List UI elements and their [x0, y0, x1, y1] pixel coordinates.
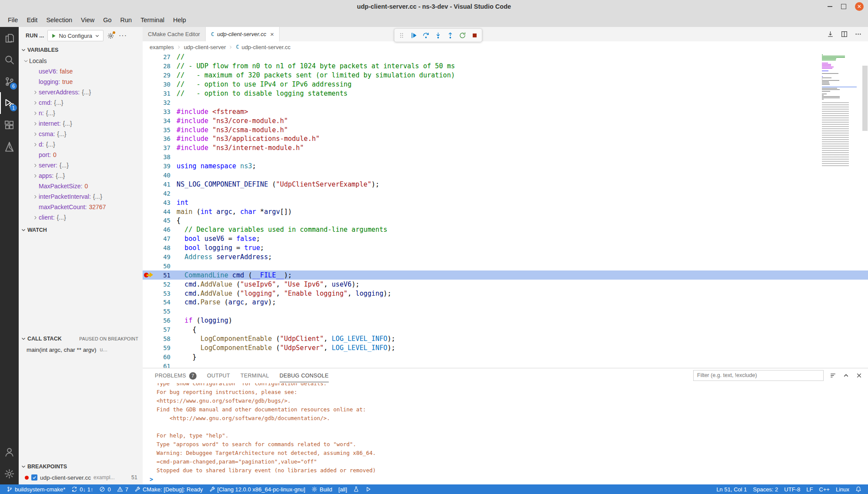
code-line[interactable]: 50	[143, 261, 868, 270]
debug-settings-gear-icon[interactable]	[107, 32, 114, 40]
variable-row[interactable]: logging:true	[19, 77, 143, 87]
panel-tab-debug-console[interactable]: DEBUG CONSOLE	[280, 368, 329, 382]
status-os-label[interactable]: Linux	[833, 484, 852, 494]
close-panel-icon[interactable]	[855, 372, 863, 379]
code-line[interactable]: 51 CommandLine cmd (__FILE__);	[143, 270, 868, 280]
breakpoint-gutter[interactable]	[143, 171, 156, 180]
breakpoint-gutter[interactable]	[143, 116, 156, 125]
breakpoint-gutter[interactable]	[143, 144, 156, 153]
code-line[interactable]: 58 LogComponentEnable ("UdpClient", LOG_…	[143, 334, 868, 344]
code-line[interactable]: 43int	[143, 198, 868, 207]
code-line[interactable]: 56 if (logging)	[143, 316, 868, 325]
breakpoint-gutter[interactable]	[143, 198, 156, 207]
breakpoint-gutter[interactable]	[143, 80, 156, 89]
chevron-right-icon[interactable]	[32, 89, 39, 96]
collapse-all-icon[interactable]	[829, 372, 837, 379]
panel-tab-problems[interactable]: PROBLEMS7	[155, 368, 197, 382]
stop-button-icon[interactable]	[469, 30, 481, 41]
code-line[interactable]: 57 {	[143, 325, 868, 334]
variable-row[interactable]: apps:{...}	[19, 170, 143, 181]
breakpoint-gutter[interactable]	[143, 134, 156, 144]
variable-row[interactable]: useV6:false	[19, 66, 143, 77]
minimize-icon[interactable]	[828, 6, 832, 7]
variable-row[interactable]: d:{...}	[19, 139, 143, 150]
more-actions-icon[interactable]: ···	[118, 32, 128, 40]
scrollbar-slider[interactable]	[862, 66, 868, 131]
activity-search-icon[interactable]	[0, 49, 19, 70]
breakpoint-gutter[interactable]	[143, 244, 156, 253]
breakpoint-gutter[interactable]	[143, 216, 156, 225]
chevron-right-icon[interactable]	[32, 172, 39, 179]
status-cmake-build-target[interactable]: [all]	[335, 484, 350, 494]
status-encoding[interactable]: UTF-8	[781, 484, 803, 494]
menu-view[interactable]: View	[77, 14, 99, 26]
status-error-count[interactable]: 0	[96, 484, 114, 494]
code-line[interactable]: 38	[143, 153, 868, 162]
console-input-prompt[interactable]: >	[143, 475, 868, 484]
tab-udp-client-server-cc[interactable]: Cudp-client-server.cc×	[206, 27, 280, 41]
code-line[interactable]: 35#include "ns3/csma-module.h"	[143, 125, 868, 134]
code-line[interactable]: 29// - maximum of 320 packets sent (or l…	[143, 71, 868, 80]
activity-cmake-icon[interactable]	[0, 136, 19, 157]
breakpoint-gutter[interactable]	[143, 261, 156, 270]
status-cmake-status[interactable]: CMake: [Debug]: Ready	[131, 484, 206, 494]
breakpoint-checkbox[interactable]	[31, 474, 37, 481]
breakpoint-gutter[interactable]	[143, 207, 156, 216]
activity-source-control-icon[interactable]: 6	[0, 70, 19, 92]
breakpoint-gutter[interactable]	[143, 62, 156, 71]
breakpoint-gutter[interactable]	[143, 352, 156, 361]
menu-go[interactable]: Go	[99, 14, 116, 26]
code-line[interactable]: 61	[143, 361, 868, 368]
code-line[interactable]: 45{	[143, 216, 868, 225]
status-cmake-launch[interactable]	[362, 484, 374, 494]
menu-edit[interactable]: Edit	[22, 14, 42, 26]
breakpoint-gutter[interactable]	[143, 153, 156, 162]
breakpoint-gutter[interactable]	[143, 270, 156, 280]
breakpoint-gutter[interactable]	[143, 334, 156, 344]
breakpoint-gutter[interactable]	[143, 189, 156, 198]
start-debug-icon[interactable]	[51, 33, 57, 39]
breakpoint-gutter[interactable]	[143, 225, 156, 234]
menu-run[interactable]: Run	[116, 14, 137, 26]
breadcrumb-item[interactable]: udp-client-server.cc	[241, 44, 290, 50]
activity-settings-icon[interactable]	[0, 463, 19, 484]
activity-explorer-icon[interactable]	[0, 27, 19, 49]
breakpoint-gutter[interactable]	[143, 234, 156, 244]
more-actions-icon[interactable]	[855, 30, 862, 38]
activity-run-and-debug-icon[interactable]: 1	[0, 92, 19, 114]
code-line[interactable]: 49 Address serverAddress;	[143, 253, 868, 262]
code-editor[interactable]: 27//28// - UDP flow from n0 to n1 of 102…	[143, 53, 868, 368]
menu-terminal[interactable]: Terminal	[136, 14, 169, 26]
breakpoint-gutter[interactable]	[143, 89, 156, 98]
breakpoint-gutter[interactable]	[143, 71, 156, 80]
variable-row[interactable]: client:{...}	[19, 212, 143, 223]
variable-row[interactable]: maxPacketCount:32767	[19, 202, 143, 212]
breakpoints-section-header[interactable]: BREAKPOINTS	[19, 461, 143, 472]
variable-row[interactable]: port:0	[19, 150, 143, 160]
status-indentation[interactable]: Spaces: 2	[750, 484, 781, 494]
breakpoint-gutter[interactable]	[143, 307, 156, 316]
status-notifications-bell[interactable]	[852, 484, 865, 494]
code-line[interactable]: 42	[143, 189, 868, 198]
status-language-mode[interactable]: C++	[816, 484, 833, 494]
panel-tab-output[interactable]: OUTPUT	[207, 368, 230, 382]
breakpoint-gutter[interactable]	[143, 361, 156, 368]
code-line[interactable]: 40	[143, 171, 868, 180]
breakpoint-gutter[interactable]	[143, 253, 156, 262]
breakpoint-gutter[interactable]	[143, 107, 156, 116]
chevron-right-icon[interactable]	[32, 141, 39, 148]
code-line[interactable]: 53 cmd.AddValue ("logging", "Enable logg…	[143, 289, 868, 298]
status-cmake-build[interactable]: Build	[308, 484, 335, 494]
status-eol[interactable]: LF	[803, 484, 816, 494]
code-line[interactable]: 48 bool logging = true;	[143, 244, 868, 253]
chevron-right-icon[interactable]	[32, 130, 39, 137]
stack-frame-row[interactable]: main(int argc, char ** argv) u...	[19, 344, 143, 355]
breakpoint-gutter[interactable]	[143, 325, 156, 334]
code-line[interactable]: 37#include "ns3/internet-module.h"	[143, 144, 868, 153]
status-cmake-kit[interactable]: [Clang 12.0.0 x86_64-pc-linux-gnu]	[206, 484, 308, 494]
tab-cmake-cache-editor[interactable]: CMake Cache Editor	[143, 27, 206, 41]
breakpoint-gutter[interactable]	[143, 280, 156, 289]
breakpoint-gutter[interactable]	[143, 289, 156, 298]
menu-help[interactable]: Help	[169, 14, 190, 26]
status-cursor-position[interactable]: Ln 51, Col 1	[713, 484, 750, 494]
